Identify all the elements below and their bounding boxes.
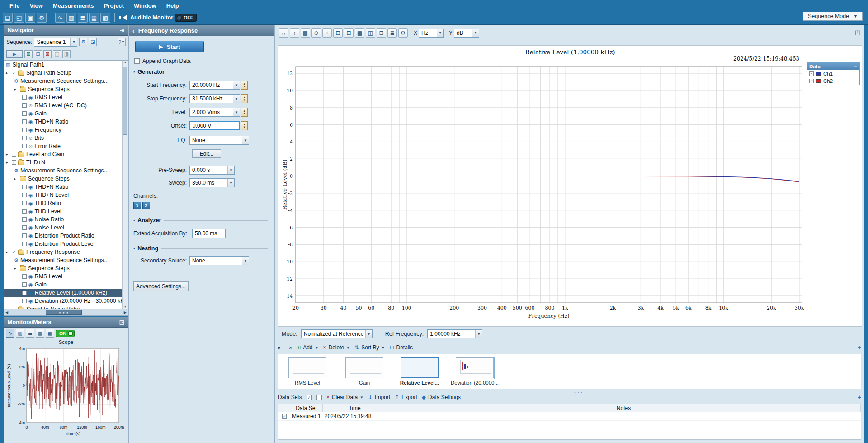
back-icon[interactable]: ‹ [132,27,135,34]
tree-item[interactable]: ◉Distortion Product Ratio [4,232,128,240]
scope-view-icon[interactable]: ∿ [6,329,14,338]
tree-item[interactable]: ◉RMS Level [4,272,128,281]
generator-section-header[interactable]: Generator [133,69,268,75]
move-up-icon[interactable]: ◫ [53,50,61,58]
tree-item-checkbox[interactable] [22,128,27,132]
export-button[interactable]: ↥Export [395,394,417,400]
delete-step-icon[interactable]: ⊠ [43,50,52,58]
expander-icon[interactable]: ▸ [6,160,10,165]
tree-item[interactable]: ◉Noise Level [4,224,128,232]
tree-item-checkbox[interactable] [22,274,27,279]
result-thumbnail[interactable] [288,357,326,378]
x-units-select[interactable]: Hz▼ [419,29,444,38]
expander-icon[interactable]: ▸ [14,87,18,91]
extend-acquisition-input[interactable]: 50.00 ms [192,229,226,238]
row-checkbox[interactable]: ✓ [282,414,287,419]
tree-item[interactable]: ▸Sequence Steps [4,264,128,272]
spin-down-icon[interactable]: ▼ [243,85,246,88]
tree-item[interactable]: ◉Gain [4,110,128,118]
tree-item-checkbox[interactable] [22,291,27,295]
scroll-right-icon[interactable]: ▶ [123,310,128,314]
table-header-time[interactable]: Time [323,404,387,412]
expander-icon[interactable]: ▸ [6,71,10,75]
eq-edit-button[interactable]: Edit... [192,149,221,158]
secondary-source-select[interactable]: None▼ [189,256,249,265]
data-sets-checkbox-all[interactable]: ✓ [307,395,312,400]
tree-item[interactable]: ▸Sequence Steps [4,175,128,183]
pre-sweep-select[interactable]: 0.000 s▼ [189,166,235,175]
y-units-select[interactable]: dB▼ [454,29,479,38]
tree-item[interactable]: ◉THD+N Ratio [4,118,128,126]
sequencer-icon[interactable]: ≣ [78,13,88,23]
table-header-data-set[interactable]: Data Set [290,404,323,412]
zoom-in-icon[interactable]: ⊞ [344,28,354,38]
tree-item[interactable]: ◉THD+N Ratio [4,183,128,191]
channel-2-button[interactable]: 2 [142,202,150,209]
tree-item-checkbox[interactable] [22,217,27,222]
import-button[interactable]: ↧Import [368,394,390,400]
tree-item-checkbox[interactable] [22,225,27,230]
nesting-section-header[interactable]: Nesting [133,245,268,252]
bar-graph-icon[interactable]: ▩ [100,13,110,23]
meters-monitor-icon[interactable]: ▥ [66,13,76,23]
data-table-icon[interactable]: ▦ [355,28,364,38]
sequence-settings-icon[interactable]: ⚙ [79,38,87,46]
popout-graph-icon[interactable]: ◳ [855,29,860,36]
list-view-icon[interactable]: ≣ [26,329,34,338]
audible-monitor-toggle[interactable]: OFF [175,14,197,22]
tree-item-checkbox[interactable]: ✓ [12,160,16,165]
tree-item[interactable]: ◉THD+N Level [4,191,128,199]
tree-item-checkbox[interactable] [22,242,27,246]
print-graph-icon[interactable]: ▤ [301,28,310,38]
expander-icon[interactable]: ▸ [6,307,10,309]
help-button[interactable]: ?▼ [118,38,126,46]
spin-down-icon[interactable]: ▼ [243,99,246,101]
menu-file[interactable]: File [5,1,24,10]
monitors-on-toggle[interactable]: ON [56,330,75,337]
tree-item-checkbox[interactable] [22,233,27,238]
data-sets-checkbox-none[interactable] [316,395,322,400]
tree-item[interactable]: ◉Distortion Product Level [4,240,128,248]
tree-item-checkbox[interactable] [22,282,27,287]
tree-item-checkbox[interactable]: ✓ [12,250,16,254]
tree-h-scrollbar[interactable]: ◀ ● ● ● ▶ [4,309,128,316]
expander-icon[interactable]: ▸ [14,176,18,181]
sequence-report-icon[interactable]: ◪ [89,38,97,46]
append-graph-data-checkbox[interactable] [134,58,140,64]
menu-view[interactable]: View [24,1,47,10]
expand-steps-icon[interactable]: ⊟ [34,50,42,58]
tree-item[interactable]: ◉THD Level [4,207,128,215]
open-project-icon[interactable]: ◰ [14,13,24,23]
tree-item[interactable]: ◉Deviation (20.0000 Hz - 30.0000 kHz) [4,297,128,305]
grid-view-icon[interactable]: ▦ [36,329,44,338]
tree-item[interactable]: ◉RMS Level [4,93,128,101]
offset-input[interactable]: 0.000 V [189,121,240,130]
fit-width-icon[interactable]: ↔ [279,28,288,38]
pan-icon[interactable]: + [322,28,332,38]
sort-by-button[interactable]: ⇅Sort By▼ [354,344,385,351]
spinner-control[interactable]: ▲▼ [241,94,248,103]
spin-down-icon[interactable]: ▼ [243,126,246,129]
fit-height-icon[interactable]: ↕ [290,28,299,38]
graph-settings-icon[interactable]: ⚙ [398,28,408,38]
add-panel-icon[interactable]: + [858,394,861,401]
result-thumbnail[interactable] [456,357,494,378]
data-settings-button[interactable]: ◆Data Settings [422,394,461,400]
tree-item-checkbox[interactable] [22,185,27,189]
zoom-icon[interactable]: ⊙ [311,28,321,38]
details-button[interactable]: ⊡Details [389,344,413,351]
tree-v-scrollbar[interactable]: ▲▼ [122,61,128,309]
stop-frequency-select[interactable]: 31.5000 kHz▼ [189,94,240,103]
expander-icon[interactable]: ▸ [6,250,10,254]
sequence-select[interactable]: Sequence 1▼ [34,38,77,47]
channel-1-button[interactable]: 1 [133,202,141,209]
start-frequency-select[interactable]: 20.0000 Hz▼ [189,81,240,90]
tree-item-checkbox[interactable] [22,136,27,140]
tree-item[interactable]: ▸✓Signal Path Setup [4,69,128,77]
tree-item[interactable]: ▥Signal Path1 [4,61,128,69]
spin-down-icon[interactable]: ▼ [243,112,246,115]
spectrum-view-icon[interactable]: ▩ [46,329,54,338]
tree-item-checkbox[interactable] [22,95,27,100]
tree-item[interactable]: ◉THD Ratio [4,199,128,207]
tree-item[interactable]: ▸Signal-to-Noise Ratio [4,305,128,309]
